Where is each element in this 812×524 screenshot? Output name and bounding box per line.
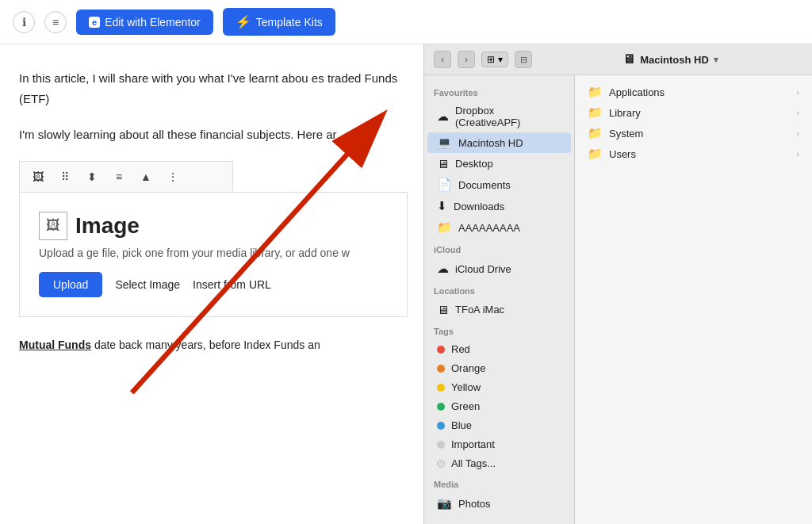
finder-file-system[interactable]: 📁 System › (581, 123, 806, 143)
mutual-funds-link[interactable]: Mutual Funds (19, 338, 91, 351)
upload-button[interactable]: Upload (39, 272, 102, 297)
image-block-title: Image (75, 213, 140, 239)
locations-label: Locations (424, 280, 574, 299)
editor-area: In this article, I will share with you w… (0, 44, 423, 524)
finder-file-applications[interactable]: 📁 Applications › (581, 82, 806, 102)
library-arrow: › (796, 108, 799, 117)
library-folder-icon: 📁 (588, 105, 603, 120)
image-block-header: 🖼 Image (39, 212, 388, 240)
view-chevron: ▾ (498, 54, 503, 65)
info-icon[interactable]: ℹ (13, 11, 35, 33)
finder-view-select[interactable]: ⊞ ▾ (481, 52, 508, 67)
system-label: System (609, 128, 643, 140)
library-label: Library (609, 107, 641, 119)
top-bar-left: ℹ ≡ e Edit with Elementor ⚡ Template Kit… (13, 8, 335, 36)
icloud-drive-label: iCloud Drive (455, 263, 511, 275)
sidebar-item-photos[interactable]: 📷 Photos (427, 493, 571, 514)
sidebar-item-tag-orange[interactable]: Orange (427, 359, 571, 377)
finder-file-users[interactable]: 📁 Users › (581, 143, 806, 164)
image-block-icon: 🖼 (39, 212, 67, 240)
users-arrow: › (796, 149, 799, 159)
finder-panel: ‹ › ⊞ ▾ ⊟ 🖥 Macintosh HD ▾ Favourites ☁ … (423, 44, 812, 524)
dropbox-label: Dropbox (CreativeAPF) (455, 105, 561, 128)
finder-back-btn[interactable]: ‹ (434, 51, 451, 68)
sidebar-item-all-tags[interactable]: All Tags... (427, 454, 571, 472)
paragraph-1: In this article, I will share with you w… (19, 68, 404, 109)
top-bar: ℹ ≡ e Edit with Elementor ⚡ Template Kit… (0, 0, 812, 44)
sidebar-item-tag-important[interactable]: Important (427, 435, 571, 453)
sidebar-item-downloads[interactable]: ⬇ Downloads (427, 196, 571, 216)
aaaaaaaaa-label: AAAAAAAAA (458, 222, 520, 234)
documents-label: Documents (458, 179, 511, 191)
yellow-dot (437, 384, 445, 392)
downloads-icon: ⬇ (437, 199, 447, 213)
applications-folder-icon: 📁 (588, 85, 603, 99)
orange-dot (437, 365, 445, 373)
finder-body: Favourites ☁ Dropbox (CreativeAPF) 💻 Mac… (424, 75, 812, 524)
folder-icon: 📁 (437, 220, 452, 235)
toolbar-style-btn[interactable]: ▲ (134, 165, 158, 189)
image-block-desc: Upload a ge file, pick one from your med… (39, 247, 388, 259)
favourites-label: Favourites (424, 82, 574, 101)
photos-icon: 📷 (437, 496, 452, 511)
tags-label: Tags (424, 320, 574, 339)
red-dot (437, 346, 445, 354)
all-tags-label: All Tags... (451, 457, 496, 469)
finder-sidebar: Favourites ☁ Dropbox (CreativeAPF) 💻 Mac… (424, 75, 575, 524)
sidebar-item-tfoa-imac[interactable]: 🖥 TFoA iMac (427, 300, 571, 319)
applications-arrow: › (796, 87, 799, 97)
editor-toolbar: 🖼 ⠿ ⬍ ≡ ▲ ⋮ (19, 161, 233, 192)
macintosh-hd-label: Macintosh HD (458, 137, 523, 149)
media-label: Media (424, 473, 574, 492)
template-kits-button[interactable]: ⚡ Template Kits (223, 8, 335, 36)
users-label: Users (609, 148, 636, 160)
toolbar-align-btn[interactable]: ≡ (107, 165, 131, 189)
macintosh-hd-icon: 💻 (437, 136, 452, 150)
toolbar-more-btn[interactable]: ⋮ (161, 165, 185, 189)
yellow-label: Yellow (451, 381, 481, 393)
sidebar-item-icloud-drive[interactable]: ☁ iCloud Drive (427, 258, 571, 279)
template-icon: ⚡ (236, 14, 251, 29)
blue-label: Blue (451, 419, 472, 431)
finder-dropdown-icon: ▾ (714, 55, 718, 65)
insert-from-url-link[interactable]: Insert from URL (193, 278, 271, 291)
desktop-label: Desktop (455, 158, 493, 170)
toolbar-image-btn[interactable]: 🖼 (26, 165, 50, 189)
documents-icon: 📄 (437, 178, 452, 192)
sidebar-item-tag-red[interactable]: Red (427, 340, 571, 358)
sidebar-item-tag-green[interactable]: Green (427, 397, 571, 415)
sidebar-item-tag-blue[interactable]: Blue (427, 416, 571, 434)
template-button-label: Template Kits (256, 16, 323, 29)
tfoa-imac-label: TFoA iMac (455, 304, 504, 316)
all-tags-dot (437, 460, 445, 468)
sidebar-item-aaaaaaaaa[interactable]: 📁 AAAAAAAAA (427, 217, 571, 238)
sidebar-item-macintosh-hd[interactable]: 💻 Macintosh HD (427, 132, 571, 153)
bottom-text: Mutual Funds date back many years, befor… (19, 336, 404, 355)
icloud-drive-icon: ☁ (437, 262, 449, 276)
sidebar-item-desktop[interactable]: 🖥 Desktop (427, 154, 571, 174)
photos-label: Photos (458, 498, 490, 510)
finder-forward-btn[interactable]: › (458, 51, 475, 68)
system-arrow: › (796, 128, 799, 138)
toolbar-grid-btn[interactable]: ⠿ (53, 165, 77, 189)
menu-icon[interactable]: ≡ (44, 11, 67, 33)
sidebar-item-dropbox[interactable]: ☁ Dropbox (CreativeAPF) (427, 101, 571, 132)
sidebar-item-documents[interactable]: 📄 Documents (427, 174, 571, 195)
red-label: Red (451, 343, 470, 355)
sidebar-item-tag-yellow[interactable]: Yellow (427, 378, 571, 396)
users-folder-icon: 📁 (588, 147, 603, 161)
select-image-link[interactable]: Select Image (115, 278, 180, 291)
imac-icon: 🖥 (437, 303, 449, 316)
important-dot (437, 441, 445, 449)
view-icon: ⊞ (487, 54, 495, 65)
green-label: Green (451, 400, 480, 412)
dropbox-icon: ☁ (437, 109, 449, 124)
toolbar-arrows-btn[interactable]: ⬍ (80, 165, 104, 189)
image-actions: Upload Select Image Insert from URL (39, 272, 388, 297)
edit-with-elementor-button[interactable]: e Edit with Elementor (76, 10, 213, 35)
finder-file-library[interactable]: 📁 Library › (581, 102, 806, 123)
important-label: Important (451, 438, 495, 450)
applications-label: Applications (609, 86, 665, 98)
bottom-text-suffix: date back many years, before Index Funds… (91, 338, 320, 351)
finder-path-btn[interactable]: ⊟ (515, 51, 532, 68)
